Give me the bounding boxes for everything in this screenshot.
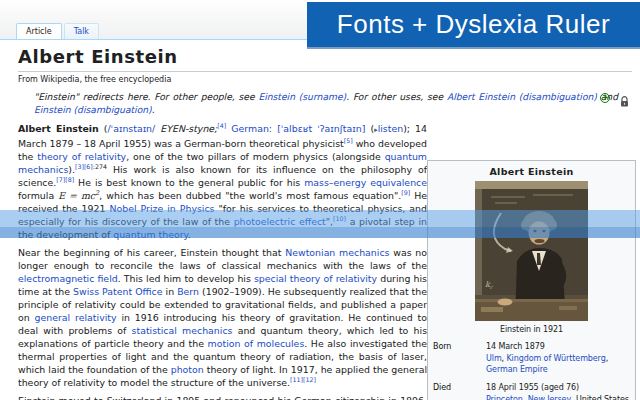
wiki-link[interactable]: mass–energy equivalence — [304, 177, 427, 188]
infobox-row: Born14 March 1879Ulm, Kingdom of Württem… — [432, 337, 631, 378]
wiki-link[interactable]: Albert Einstein (disambiguation) — [447, 91, 597, 102]
tab-article-label: Article — [26, 27, 52, 36]
extension-banner-label: Fonts + Dyslexia Ruler — [337, 9, 610, 40]
hatnote: "Einstein" redirects here. For other peo… — [34, 91, 618, 116]
citation-ref[interactable]: [7][8] — [56, 176, 74, 183]
infobox-row-value: 14 March 1879Ulm, Kingdom of Württemberg… — [483, 337, 631, 378]
infobox-row: Died18 April 1955 (aged 76)Princeton, Ne… — [432, 378, 631, 400]
wiki-link[interactable]: Swiss Patent Office — [73, 286, 162, 297]
site-subtitle: From Wikipedia, the free encyclopedia — [18, 75, 640, 84]
citation-ref[interactable]: [9] — [401, 189, 410, 196]
dyslexia-ruler-overlay — [0, 210, 640, 238]
wiki-link[interactable]: theory of relativity — [37, 151, 126, 162]
infobox-row-label: Died — [432, 378, 483, 400]
wiki-link[interactable]: photon — [171, 364, 204, 375]
tab-article[interactable]: Article — [16, 23, 62, 39]
wiki-link[interactable]: general relativity — [35, 312, 117, 323]
article-body: Albert Einstein (/ˈaɪnstaɪn/ EYEN-styne;… — [18, 122, 427, 400]
citation-ref[interactable]: [3][6] — [75, 163, 93, 170]
wiki-link[interactable]: electromagnetic field — [18, 273, 118, 284]
wiki-link[interactable]: motion of molecules — [208, 338, 305, 349]
extension-banner: Fonts + Dyslexia Ruler — [307, 2, 640, 47]
wikipedia-page: Article Talk + Albert Einstein From Wiki… — [0, 0, 640, 400]
wiki-link[interactable]: Einstein (surname) — [258, 91, 346, 102]
wiki-link[interactable]: Newtonian mechanics — [285, 247, 389, 258]
wiki-link[interactable]: Bern — [177, 286, 199, 297]
wiki-link[interactable]: listen — [378, 123, 403, 134]
wiki-link[interactable]: /ˈaɪnstaɪn/ — [107, 123, 155, 134]
wiki-link[interactable]: German: — [231, 123, 272, 134]
wiki-link[interactable]: Princeton — [486, 395, 523, 400]
infobox: Albert Einstein kr — [427, 160, 636, 400]
infobox-caption: Einstein in 1921 — [432, 321, 631, 337]
green-circle-plus-icon[interactable]: + — [600, 93, 610, 103]
infobox-title: Albert Einstein — [432, 164, 631, 181]
wiki-link[interactable]: Einstein (disambiguation) — [34, 104, 152, 115]
tab-talk[interactable]: Talk — [64, 23, 99, 39]
wiki-link[interactable]: Ulm — [486, 354, 502, 363]
paragraph-citizenship: Einstein moved to Switzerland in 1895 an… — [18, 394, 427, 400]
wiki-link[interactable]: German Empire — [486, 365, 547, 374]
infobox-row-label: Born — [432, 337, 483, 378]
citation-ref[interactable]: [11][12] — [290, 376, 316, 383]
wiki-link[interactable]: statistical mechanics — [132, 325, 233, 336]
padlock-icon[interactable] — [620, 92, 629, 103]
citation-ref[interactable]: [4] — [217, 122, 226, 129]
tab-talk-label: Talk — [74, 27, 89, 36]
page-title: Albert Einstein — [18, 47, 632, 72]
infobox-row-value: 18 April 1955 (aged 76)Princeton, New Je… — [483, 378, 631, 400]
formula-emc2: E = mc — [58, 190, 95, 201]
wiki-link[interactable]: special theory of relativity — [254, 273, 377, 284]
page-status-indicators: + — [600, 92, 629, 103]
page-ref: :274 — [93, 163, 107, 170]
paragraph-career: Near the beginning of his career, Einste… — [18, 246, 427, 389]
infobox-table: Born14 March 1879Ulm, Kingdom of Württem… — [432, 337, 631, 400]
citation-ref[interactable]: [5] — [344, 137, 353, 144]
wiki-link[interactable]: [ˈalbɛʁt ˈʔaɪnʃtaɪn] — [277, 123, 365, 134]
namespace-tabs: Article Talk — [16, 23, 101, 39]
wiki-link[interactable]: Kingdom of Württemberg — [506, 354, 605, 363]
wiki-link[interactable]: New Jersey — [528, 395, 571, 400]
padlock-icon-svg — [620, 96, 629, 107]
einstein-photo: kr — [475, 181, 588, 321]
